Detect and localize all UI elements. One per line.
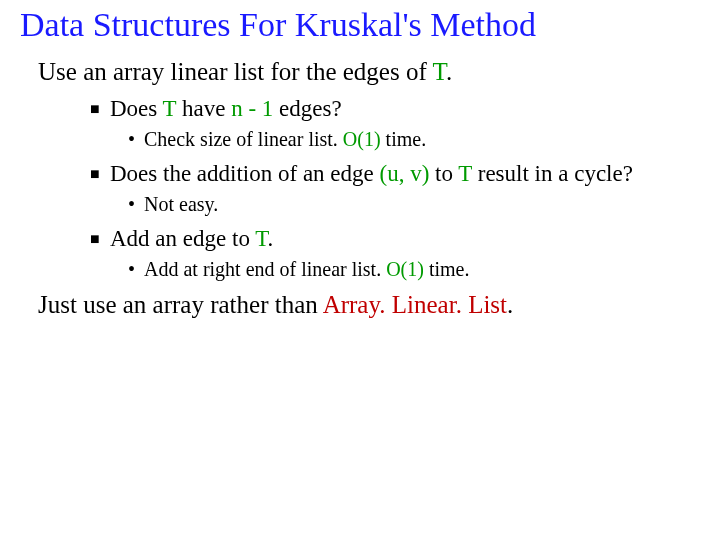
bullet-item: ■ Does T have n - 1 edges? bbox=[38, 96, 700, 122]
big-o: O(1) bbox=[386, 258, 424, 280]
text: . bbox=[268, 226, 274, 251]
var-t: T bbox=[163, 96, 177, 121]
sub-bullet-text: Add at right end of linear list. O(1) ti… bbox=[144, 258, 700, 281]
slide: Data Structures For Kruskal's Method Use… bbox=[0, 0, 720, 540]
sub-bullet-text: Not easy. bbox=[144, 193, 700, 216]
sub-bullet-item: • Not easy. bbox=[38, 193, 700, 216]
var-t: T bbox=[255, 226, 267, 251]
text: Add at right end of linear list. bbox=[144, 258, 386, 280]
sub-bullet-item: • Add at right end of linear list. O(1) … bbox=[38, 258, 700, 281]
text: Check size of linear list. bbox=[144, 128, 343, 150]
text: Does the addition of an edge bbox=[110, 161, 380, 186]
dot-bullet-icon: • bbox=[128, 258, 144, 280]
text: . bbox=[446, 58, 452, 85]
text: time. bbox=[424, 258, 470, 280]
text: have bbox=[176, 96, 231, 121]
text: result in a cycle? bbox=[472, 161, 633, 186]
expr-n-1: n - 1 bbox=[231, 96, 273, 121]
bullet-text: Add an edge to T. bbox=[110, 226, 700, 252]
edge-uv: (u, v) bbox=[380, 161, 430, 186]
bullet-text: Does the addition of an edge (u, v) to T… bbox=[110, 161, 700, 187]
class-name: Array. Linear. List bbox=[323, 291, 507, 318]
text: time. bbox=[381, 128, 427, 150]
bullet-text: Does T have n - 1 edges? bbox=[110, 96, 700, 122]
big-o: O(1) bbox=[343, 128, 381, 150]
square-bullet-icon: ■ bbox=[90, 161, 110, 187]
var-t: T bbox=[433, 58, 446, 85]
text: Use an array linear list for the edges o… bbox=[38, 58, 433, 85]
text: Add an edge to bbox=[110, 226, 255, 251]
bullet-item: ■ Add an edge to T. bbox=[38, 226, 700, 252]
square-bullet-icon: ■ bbox=[90, 96, 110, 122]
var-t: T bbox=[458, 161, 472, 186]
text: Just use an array rather than bbox=[38, 291, 323, 318]
text: . bbox=[507, 291, 513, 318]
bullet-item: ■ Does the addition of an edge (u, v) to… bbox=[38, 161, 700, 187]
closing-line: Just use an array rather than Array. Lin… bbox=[38, 291, 700, 319]
slide-title: Data Structures For Kruskal's Method bbox=[20, 6, 700, 44]
text: Does bbox=[110, 96, 163, 121]
text: to bbox=[429, 161, 458, 186]
sub-bullet-text: Check size of linear list. O(1) time. bbox=[144, 128, 700, 151]
dot-bullet-icon: • bbox=[128, 128, 144, 150]
dot-bullet-icon: • bbox=[128, 193, 144, 215]
intro-line: Use an array linear list for the edges o… bbox=[38, 58, 700, 86]
text: edges? bbox=[273, 96, 341, 121]
sub-bullet-item: • Check size of linear list. O(1) time. bbox=[38, 128, 700, 151]
square-bullet-icon: ■ bbox=[90, 226, 110, 252]
slide-body: Use an array linear list for the edges o… bbox=[20, 58, 700, 319]
